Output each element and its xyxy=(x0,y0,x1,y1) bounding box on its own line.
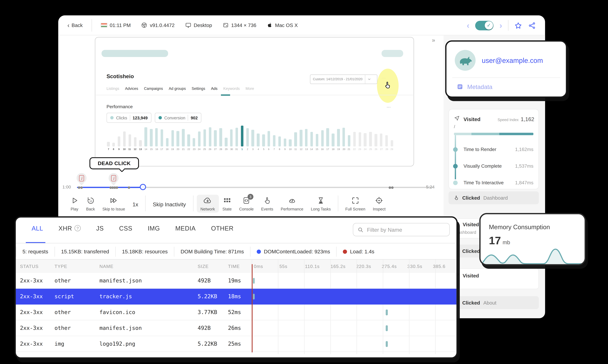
issue-marker-pin[interactable]: i xyxy=(77,173,87,183)
chart-bar: 10 xyxy=(122,124,127,151)
date-range-picker[interactable]: Custom: 14/12/2019 - 21/01/2020 xyxy=(310,74,377,84)
site-tab[interactable]: Listings xyxy=(106,87,119,91)
table-header: STATUSTYPENAMESIZETIME 0ms55s110.1s165.2… xyxy=(16,260,456,273)
issue-marker-pin[interactable]: i xyxy=(109,173,118,183)
player-topbar: ‹ Back 01:11 PM v91.0.4472 Desktop 1344 … xyxy=(58,15,545,35)
site-tab[interactable]: Ads xyxy=(211,87,217,91)
progress-segment xyxy=(471,133,499,135)
share-icon[interactable] xyxy=(528,21,536,29)
prev-session-button[interactable]: ‹ xyxy=(467,21,469,29)
chart-bar: 16 xyxy=(154,124,159,151)
back-button[interactable]: 10Back xyxy=(82,195,99,212)
play-button[interactable]: Play xyxy=(66,195,82,212)
network-tab[interactable]: XHR ? xyxy=(58,225,81,232)
site-tab[interactable]: Settings xyxy=(192,87,205,91)
longtasks-button[interactable]: Long Tasks xyxy=(307,195,334,212)
back-label: Back xyxy=(86,207,95,211)
request-row[interactable]: 2xx-3xxotherfavicon.ico3.77KB52ms xyxy=(16,305,456,320)
chart-bar: 15 xyxy=(148,124,154,151)
request-row[interactable]: 2xx-3xxscripttracker.js5.22KB18ms xyxy=(16,289,456,305)
chrome-icon xyxy=(141,22,147,28)
request-row[interactable]: 2xx-3xximglogo192.png5.22KB25ms xyxy=(16,336,456,352)
state-button[interactable]: State xyxy=(219,195,235,212)
request-row[interactable]: 2xx-3xxothermanifest.json492B19ms xyxy=(16,273,456,289)
waterfall-bar xyxy=(386,325,388,331)
skip-button[interactable]: Skip to Issue xyxy=(99,195,129,212)
divider xyxy=(91,19,92,31)
metric-dot xyxy=(453,164,458,168)
chart-bar: 9 xyxy=(116,124,122,151)
speed-button[interactable]: 1x xyxy=(129,195,142,214)
svg-text:10: 10 xyxy=(89,200,92,203)
time-column-label: 0ms xyxy=(252,260,277,273)
monitor-icon xyxy=(185,22,191,28)
network-tabs: ALL XHR ? JS CSS xyxy=(32,225,233,232)
site-tab[interactable]: Ad groups xyxy=(169,87,186,91)
bookmark-star-icon[interactable] xyxy=(514,21,522,29)
column-header[interactable]: NAME xyxy=(100,264,198,269)
user-email[interactable]: user@example.com xyxy=(482,56,543,65)
expand-panel-icon[interactable]: » xyxy=(432,37,435,43)
cursor-hand-icon xyxy=(383,80,392,90)
memory-consumption-popup: Memory Consumption 17mb xyxy=(479,213,586,265)
site-tab[interactable]: Keywords xyxy=(223,87,240,91)
screen-resolution: 1344 × 736 xyxy=(222,22,256,28)
column-header[interactable]: SIZE xyxy=(198,264,228,269)
chart-bar: 1 xyxy=(239,124,245,151)
filter-input[interactable] xyxy=(367,226,445,233)
size-cell: 5.22KB xyxy=(198,293,228,299)
network-tab[interactable]: CSS xyxy=(119,225,132,232)
network-tab[interactable]: OTHER xyxy=(211,225,233,232)
events-label: Events xyxy=(261,207,273,211)
network-stat: DOM Building Time: 871ms xyxy=(174,247,250,256)
fullscreen-button[interactable]: Full Screen xyxy=(342,195,369,212)
metric-chip[interactable]: Conversion 902 xyxy=(155,113,201,123)
session-time: 01:11 PM xyxy=(101,22,131,28)
console-button[interactable]: Console3 xyxy=(235,195,258,212)
event-item-visited[interactable]: Visited xyxy=(449,268,539,289)
browser-version: v91.0.4472 xyxy=(141,22,175,28)
chart-bar: 11 xyxy=(293,124,298,151)
site-tab[interactable]: More xyxy=(246,87,254,91)
speed-index-label: Speed Index xyxy=(498,118,519,122)
session-replay-app: ‹ Back 01:11 PM v91.0.4472 Desktop 1344 … xyxy=(0,0,608,364)
autoplay-toggle[interactable]: ✓ xyxy=(475,21,494,30)
events-button[interactable]: Events xyxy=(258,195,277,212)
help-icon[interactable]: ? xyxy=(75,225,81,231)
name-cell: manifest.json xyxy=(100,277,198,284)
event-item-clicked[interactable]: Clicked Dashboard xyxy=(449,191,539,204)
next-session-button[interactable]: › xyxy=(499,21,502,29)
waterfall-bar xyxy=(386,341,388,347)
inspect-button[interactable]: Inspect xyxy=(369,195,389,212)
skip-inactivity-button[interactable]: Skip Inactivity xyxy=(149,195,190,214)
event-item-clicked[interactable]: Clicked About xyxy=(449,296,539,309)
request-row[interactable]: 2xx-3xxothermanifest.json492B26ms xyxy=(16,320,456,336)
time-column-label: 55s xyxy=(277,260,303,273)
network-tab[interactable]: ALL xyxy=(32,225,43,232)
chart-bar: 2 xyxy=(245,124,250,151)
more-icon[interactable]: ⋯ xyxy=(387,105,391,109)
visited-event-card[interactable]: Visited Speed Index 1,162 / Time to Rend… xyxy=(449,109,539,189)
column-header[interactable]: STATUS xyxy=(20,264,54,269)
chart-bar: 25 xyxy=(202,124,207,151)
chart-bar: 18 xyxy=(330,124,336,151)
time-column-label: 275.4s xyxy=(380,260,405,273)
metric-chip[interactable]: Clicks 123,949 xyxy=(106,113,151,123)
network-tab[interactable]: JS xyxy=(96,225,104,232)
divider xyxy=(508,20,508,31)
network-button[interactable]: Network xyxy=(197,195,219,212)
user-info-popup: user@example.com Metadata xyxy=(445,40,567,98)
performance-button[interactable]: Performance xyxy=(277,195,307,212)
network-tab[interactable]: MEDIA xyxy=(175,225,196,232)
metadata-button[interactable]: Metadata xyxy=(456,83,492,90)
back-button[interactable]: ‹ Back xyxy=(67,22,83,29)
column-header[interactable]: TYPE xyxy=(54,264,100,269)
network-stat: 15.15KB: transferred xyxy=(54,247,116,256)
divider xyxy=(338,195,338,211)
type-cell: img xyxy=(54,341,100,347)
player-controls: Play10BackSkip to Issue1xSkip Inactivity… xyxy=(66,195,441,214)
site-tab[interactable]: Campaigns xyxy=(144,87,163,91)
network-tab[interactable]: IMG xyxy=(148,225,160,232)
timeline-track[interactable] xyxy=(77,187,433,188)
site-tab[interactable]: Advices xyxy=(125,87,138,91)
